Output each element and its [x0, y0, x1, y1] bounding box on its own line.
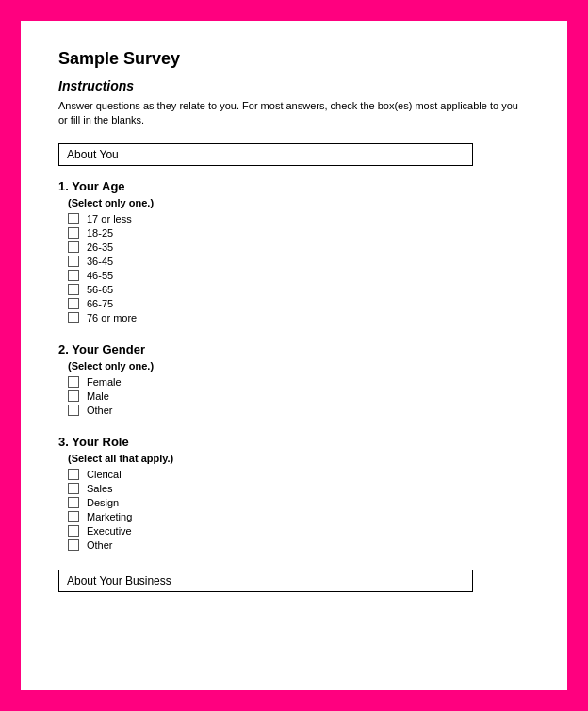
- checkbox-label: Other: [87, 405, 113, 416]
- checkbox-item: 46-55: [68, 270, 530, 281]
- question-title-role: 3. Your Role: [58, 435, 530, 449]
- page-container: Sample Survey Instructions Answer questi…: [21, 21, 567, 690]
- question-title-age: 1. Your Age: [58, 179, 530, 193]
- checkbox-item: Other: [68, 405, 530, 416]
- checkbox-item: 18-25: [68, 227, 530, 239]
- question-block-age: 1. Your Age (Select only one.) 17 or les…: [58, 179, 530, 323]
- checkbox-item: Sales: [68, 483, 530, 494]
- checkbox-clerical[interactable]: [68, 469, 79, 480]
- question-title-gender: 2. Your Gender: [58, 342, 530, 356]
- checkbox-item: 36-45: [68, 256, 530, 267]
- instructions-heading: Instructions: [58, 78, 530, 93]
- checkbox-item: Other: [68, 539, 530, 551]
- question-instruction-age: (Select only one.): [68, 197, 530, 208]
- checkbox-label: Sales: [87, 483, 113, 494]
- checkbox-marketing[interactable]: [68, 511, 79, 522]
- checkbox-66-75[interactable]: [68, 298, 79, 309]
- survey-title: Sample Survey: [58, 49, 530, 69]
- question-instruction-gender: (Select only one.): [68, 360, 530, 372]
- checkbox-label: 26-35: [87, 241, 113, 253]
- checkbox-label: 46-55: [87, 270, 113, 281]
- checkbox-item: Executive: [68, 525, 530, 537]
- checkbox-label: 76 or more: [87, 312, 137, 323]
- checkbox-other-role[interactable]: [68, 539, 79, 551]
- checkbox-label: Female: [87, 376, 122, 388]
- section-header-about-your-business: About Your Business: [58, 570, 473, 592]
- checkbox-sales[interactable]: [68, 483, 79, 494]
- checkbox-item: 17 or less: [68, 213, 530, 224]
- checkbox-36-45[interactable]: [68, 256, 79, 267]
- checkbox-item: 66-75: [68, 298, 530, 309]
- checkbox-46-55[interactable]: [68, 270, 79, 281]
- checkbox-other-gender[interactable]: [68, 405, 79, 416]
- checkbox-executive[interactable]: [68, 525, 79, 537]
- checkbox-design[interactable]: [68, 497, 79, 508]
- checkbox-item: Marketing: [68, 511, 530, 522]
- question-block-gender: 2. Your Gender (Select only one.) Female…: [58, 342, 530, 416]
- checkbox-label: Design: [87, 497, 119, 508]
- section-header-about-you: About You: [58, 143, 473, 166]
- checkbox-item: Clerical: [68, 469, 530, 480]
- checkbox-label: Marketing: [87, 511, 132, 522]
- checkbox-label: Other: [87, 539, 113, 551]
- checkbox-26-35[interactable]: [68, 241, 79, 253]
- checkbox-label: Male: [87, 390, 109, 402]
- checkbox-label: 17 or less: [87, 213, 132, 224]
- checkbox-item: Male: [68, 390, 530, 402]
- checkbox-item: 56-65: [68, 284, 530, 295]
- checkbox-item: 76 or more: [68, 312, 530, 323]
- checkbox-label: Executive: [87, 525, 132, 537]
- instructions-text: Answer questions as they relate to you. …: [58, 99, 530, 128]
- checkbox-female[interactable]: [68, 376, 79, 388]
- checkbox-76-or-more[interactable]: [68, 312, 79, 323]
- checkbox-17-or-less[interactable]: [68, 213, 79, 224]
- question-instruction-role: (Select all that apply.): [68, 453, 530, 464]
- checkbox-item: Female: [68, 376, 530, 388]
- checkbox-label: 56-65: [87, 284, 113, 295]
- checkbox-item: Design: [68, 497, 530, 508]
- checkbox-label: Clerical: [87, 469, 122, 480]
- question-block-role: 3. Your Role (Select all that apply.) Cl…: [58, 435, 530, 551]
- checkbox-label: 18-25: [87, 227, 113, 239]
- checkbox-male[interactable]: [68, 390, 79, 402]
- checkbox-label: 36-45: [87, 256, 113, 267]
- checkbox-label: 66-75: [87, 298, 113, 309]
- checkbox-56-65[interactable]: [68, 284, 79, 295]
- checkbox-18-25[interactable]: [68, 227, 79, 239]
- checkbox-item: 26-35: [68, 241, 530, 253]
